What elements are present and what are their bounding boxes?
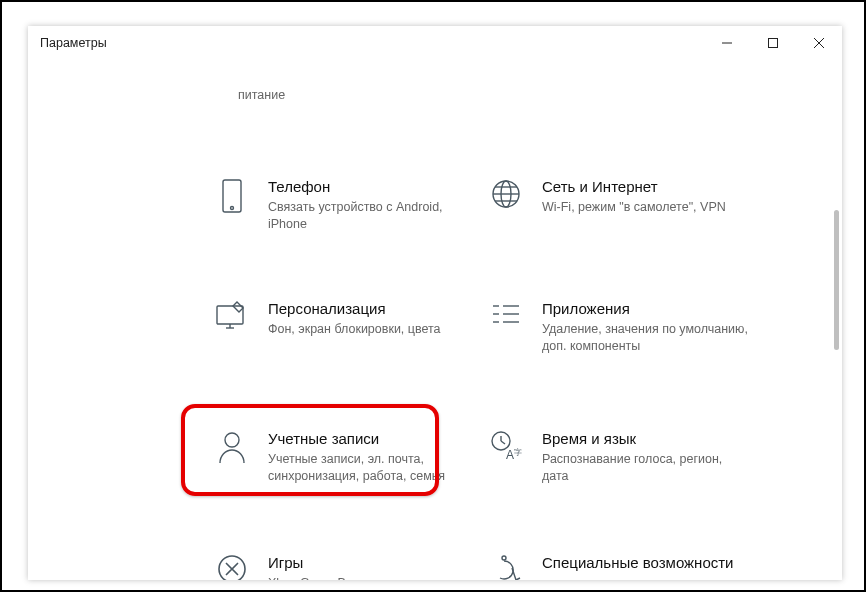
category-desc: Xbox Game Bar, снимки,	[268, 575, 474, 580]
person-icon	[214, 430, 250, 466]
apps-icon	[488, 300, 524, 336]
category-apps[interactable]: Приложения Удаление, значения по умолчан…	[488, 300, 748, 355]
category-accounts[interactable]: Учетные записи Учетные записи, эл. почта…	[214, 430, 474, 485]
category-desc: Связать устройство с Android, iPhone	[268, 199, 474, 233]
settings-grid: Телефон Связать устройство с Android, iP…	[28, 60, 842, 580]
category-title: Телефон	[268, 178, 474, 195]
category-desc: Wi-Fi, режим "в самолете", VPN	[542, 199, 748, 216]
category-title: Приложения	[542, 300, 748, 317]
svg-line-23	[501, 441, 505, 444]
maximize-button[interactable]	[750, 26, 796, 60]
minimize-icon	[721, 37, 733, 49]
category-title: Игры	[268, 554, 474, 571]
category-title: Специальные возможности	[542, 554, 748, 571]
svg-rect-11	[217, 306, 243, 324]
window-title: Параметры	[40, 36, 107, 50]
category-desc: Распознавание голоса, регион, дата	[542, 451, 748, 485]
svg-text:字: 字	[514, 448, 522, 457]
category-phone[interactable]: Телефон Связать устройство с Android, iP…	[214, 178, 474, 233]
close-button[interactable]	[796, 26, 842, 60]
settings-window: Параметры питание Телефон Связа	[28, 26, 842, 580]
globe-icon	[488, 178, 524, 214]
maximize-icon	[767, 37, 779, 49]
svg-point-20	[225, 433, 239, 447]
svg-rect-1	[769, 39, 778, 48]
svg-point-27	[502, 556, 506, 560]
window-controls	[704, 26, 842, 60]
gaming-icon	[214, 554, 250, 580]
category-desc: Удаление, значения по умолчанию, доп. ко…	[542, 321, 748, 355]
category-accessibility[interactable]: Специальные возможности	[488, 554, 748, 580]
phone-icon	[214, 178, 250, 214]
category-network[interactable]: Сеть и Интернет Wi-Fi, режим "в самолете…	[488, 178, 748, 216]
close-icon	[813, 37, 825, 49]
category-personalization[interactable]: Персонализация Фон, экран блокировки, цв…	[214, 300, 474, 338]
category-title: Учетные записи	[268, 430, 474, 447]
scrollbar-thumb[interactable]	[834, 210, 839, 350]
category-title: Персонализация	[268, 300, 474, 317]
category-desc: Учетные записи, эл. почта, синхронизация…	[268, 451, 474, 485]
svg-text:A: A	[506, 448, 514, 462]
category-desc: Фон, экран блокировки, цвета	[268, 321, 474, 338]
minimize-button[interactable]	[704, 26, 750, 60]
category-title: Время и язык	[542, 430, 748, 447]
titlebar: Параметры	[28, 26, 842, 60]
personalization-icon	[214, 300, 250, 336]
category-title: Сеть и Интернет	[542, 178, 748, 195]
accessibility-icon	[488, 554, 524, 580]
svg-point-5	[231, 207, 234, 210]
settings-body: питание Телефон Связать устройство с And…	[28, 60, 842, 580]
category-time-language[interactable]: A字 Время и язык Распознавание голоса, ре…	[488, 430, 748, 485]
time-language-icon: A字	[488, 430, 524, 466]
category-gaming[interactable]: Игры Xbox Game Bar, снимки,	[214, 554, 474, 580]
